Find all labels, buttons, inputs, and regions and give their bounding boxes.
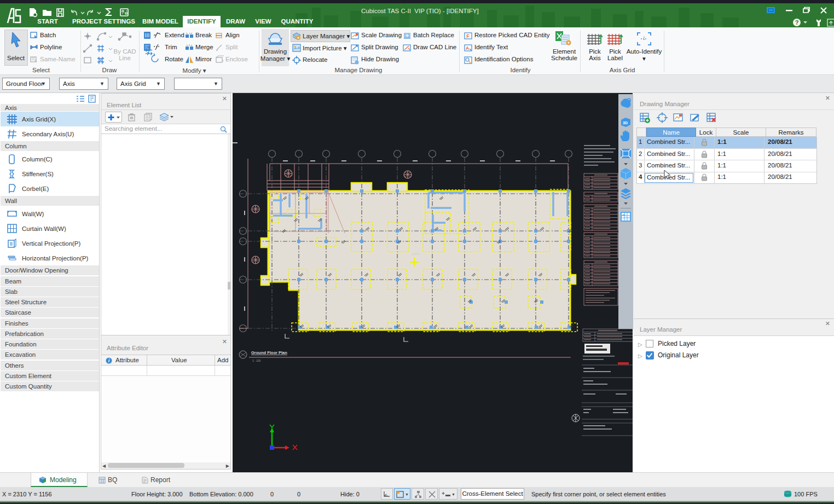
svg-text:3D: 3D [623, 121, 628, 125]
svg-text:1 : 100: 1 : 100 [252, 359, 261, 362]
svg-text:+2.870: +2.870 [411, 252, 420, 256]
svg-text:abc: abc [622, 213, 626, 216]
svg-text:A: A [466, 45, 470, 51]
svg-text:Ground Floor Plan: Ground Floor Plan [251, 350, 287, 355]
svg-text:F: F [466, 33, 470, 39]
